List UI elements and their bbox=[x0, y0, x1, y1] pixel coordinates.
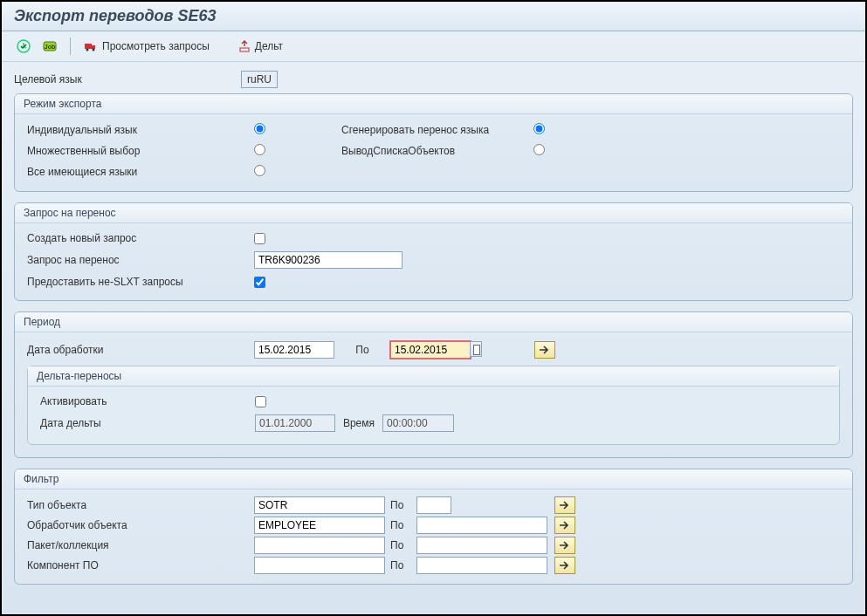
activate-label: Активировать bbox=[40, 395, 255, 407]
transport-group: Запрос на перенос Создать новый запрос З… bbox=[14, 202, 853, 301]
mode-gen-transport-label: Сгенерировать перенос языка bbox=[341, 124, 533, 136]
filter-row: Компонент ПО По bbox=[27, 557, 840, 574]
mode-all-label: Все имеющиеся языки bbox=[27, 166, 254, 178]
arrow-right-icon bbox=[559, 540, 571, 551]
date-picker-button[interactable] bbox=[470, 341, 482, 357]
sw-component-multi-button[interactable] bbox=[554, 557, 575, 574]
svg-point-5 bbox=[86, 49, 89, 51]
view-requests-button[interactable]: Просмотреть запросы bbox=[79, 37, 213, 56]
window-title: Экспорт переводов SE63 bbox=[2, 2, 865, 31]
delta-icon bbox=[237, 39, 251, 53]
object-handler-to-input[interactable] bbox=[416, 517, 547, 534]
object-handler-label: Обработчик объекта bbox=[27, 519, 254, 531]
mode-individual-label: Индивидуальный язык bbox=[27, 124, 254, 136]
object-type-multi-button[interactable] bbox=[554, 496, 575, 514]
delta-label: Дельт bbox=[255, 40, 283, 52]
clock-check-icon bbox=[16, 38, 31, 54]
date-to-input[interactable] bbox=[390, 341, 471, 359]
filter-row: Пакет/коллекция По bbox=[27, 537, 840, 554]
delta-time-input bbox=[382, 414, 454, 432]
export-mode-title: Режим экспорта bbox=[15, 94, 852, 114]
target-lang-value: ruRU bbox=[241, 71, 278, 88]
sw-component-label: Компонент ПО bbox=[27, 559, 254, 572]
create-new-label: Создать новый запрос bbox=[27, 232, 254, 244]
svg-rect-4 bbox=[92, 45, 95, 49]
view-requests-label: Просмотреть запросы bbox=[102, 40, 210, 52]
sw-component-to-input[interactable] bbox=[416, 557, 547, 574]
date-multi-select-button[interactable] bbox=[534, 341, 555, 359]
nonslxt-label: Предоставить не-SLXT запросы bbox=[27, 276, 254, 288]
transport-request-label: Запрос на перенос bbox=[27, 254, 254, 266]
object-type-from-input[interactable] bbox=[254, 496, 385, 514]
arrow-right-icon bbox=[559, 500, 571, 510]
delta-date-input bbox=[255, 414, 335, 432]
toolbar: Job Просмотреть запросы Дельт bbox=[2, 31, 865, 62]
content-area: Целевой язык ruRU Режим экспорта Индивид… bbox=[2, 62, 865, 602]
object-type-label: Тип объекта bbox=[27, 499, 254, 511]
arrow-right-icon bbox=[559, 560, 571, 571]
time-label: Время bbox=[335, 417, 382, 429]
period-title: Период bbox=[15, 312, 852, 332]
svg-rect-3 bbox=[85, 44, 92, 49]
transport-title: Запрос на перенос bbox=[15, 203, 852, 223]
to-label: По bbox=[385, 499, 416, 511]
execute-button[interactable] bbox=[12, 37, 35, 56]
background-job-button[interactable]: Job bbox=[38, 37, 61, 56]
to-label: По bbox=[385, 519, 416, 531]
object-type-to-input[interactable] bbox=[416, 496, 451, 514]
create-new-checkbox[interactable] bbox=[254, 233, 265, 244]
date-processing-label: Дата обработки bbox=[27, 344, 254, 356]
delta-date-label: Дата дельты bbox=[40, 417, 255, 429]
svg-point-6 bbox=[93, 49, 95, 51]
package-multi-button[interactable] bbox=[554, 537, 575, 554]
date-from-input[interactable] bbox=[254, 341, 334, 359]
mode-objlist-radio[interactable] bbox=[533, 144, 545, 155]
toolbar-separator bbox=[70, 38, 71, 55]
to-label: По bbox=[385, 559, 416, 572]
sw-component-from-input[interactable] bbox=[254, 557, 385, 574]
mode-objlist-label: ВыводСпискаОбъектов bbox=[341, 145, 533, 157]
package-from-input[interactable] bbox=[254, 537, 385, 554]
lorry-icon bbox=[83, 38, 99, 54]
job-icon: Job bbox=[42, 38, 58, 54]
svg-rect-7 bbox=[240, 48, 249, 51]
delta-subgroup: Дельта-переносы Активировать Дата дельты… bbox=[27, 366, 840, 445]
package-label: Пакет/коллекция bbox=[27, 539, 254, 551]
nonslxt-checkbox[interactable] bbox=[254, 277, 265, 288]
filter-title: Фильтр bbox=[15, 469, 852, 489]
target-lang-label: Целевой язык bbox=[14, 73, 241, 86]
mode-multiple-label: Множественный выбор bbox=[27, 145, 254, 157]
mode-individual-radio[interactable] bbox=[254, 123, 265, 134]
delta-button[interactable]: Дельт bbox=[234, 38, 286, 55]
date-to-label: По bbox=[334, 344, 390, 356]
target-lang-row: Целевой язык ruRU bbox=[14, 69, 853, 90]
period-group: Период Дата обработки По Дельта-переносы bbox=[14, 311, 853, 458]
filter-group: Фильтр Тип объекта По Обработчик объекта… bbox=[14, 469, 853, 585]
to-label: По bbox=[385, 539, 416, 551]
object-handler-multi-button[interactable] bbox=[554, 517, 575, 534]
mode-multiple-radio[interactable] bbox=[254, 144, 265, 155]
mode-all-radio[interactable] bbox=[254, 165, 265, 176]
transport-request-input[interactable] bbox=[254, 251, 403, 269]
export-mode-group: Режим экспорта Индивидуальный язык Сгене… bbox=[14, 93, 853, 192]
filter-row: Обработчик объекта По bbox=[27, 517, 840, 534]
svg-text:Job: Job bbox=[45, 44, 55, 50]
delta-subgroup-title: Дельта-переносы bbox=[28, 366, 839, 387]
package-to-input[interactable] bbox=[416, 537, 547, 554]
object-handler-from-input[interactable] bbox=[254, 517, 385, 534]
app-window: Экспорт переводов SE63 Job Просмотреть з… bbox=[0, 0, 867, 616]
filter-row: Тип объекта По bbox=[27, 496, 840, 514]
arrow-right-icon bbox=[539, 345, 551, 355]
arrow-right-icon bbox=[559, 520, 571, 530]
activate-checkbox[interactable] bbox=[255, 396, 266, 407]
mode-gen-transport-radio[interactable] bbox=[533, 123, 545, 134]
